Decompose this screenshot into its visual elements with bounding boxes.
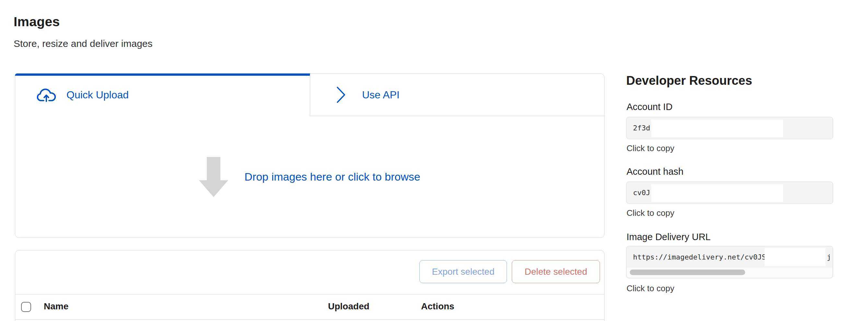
column-header-uploaded: Uploaded (328, 301, 370, 312)
images-table-card: Export selected Delete selected Name Upl… (15, 250, 604, 321)
redacted-peek-char: j (827, 246, 831, 268)
image-delivery-url-copy-hint: Click to copy (626, 283, 674, 293)
table-header-row: Name Uploaded Actions (15, 294, 604, 320)
cloud-upload-icon (37, 88, 56, 103)
image-delivery-url-label: Image Delivery URL (626, 232, 711, 242)
account-id-field[interactable]: 2f3d (626, 117, 833, 139)
account-hash-field[interactable]: cv0J (626, 182, 833, 204)
tab-quick-upload-label: Quick Upload (66, 89, 129, 101)
account-hash-copy-hint: Click to copy (626, 208, 674, 218)
chevron-right-icon (336, 86, 346, 104)
image-delivery-url-field[interactable]: https://imagedelivery.net/cv0JSj j (626, 246, 833, 278)
developer-resources-title: Developer Resources (626, 74, 752, 88)
table-toolbar: Export selected Delete selected (15, 250, 604, 294)
arrow-down-icon (199, 157, 228, 197)
redaction-overlay (765, 248, 826, 266)
image-delivery-url-value: https://imagedelivery.net/cv0JSj (633, 246, 770, 268)
select-all-checkbox[interactable] (21, 302, 31, 312)
tab-use-api[interactable]: Use API (310, 74, 605, 116)
account-hash-label: Account hash (626, 166, 684, 177)
account-id-copy-hint: Click to copy (626, 143, 674, 153)
tab-use-api-label: Use API (362, 89, 400, 101)
dropzone-label: Drop images here or click to browse (244, 171, 420, 183)
redaction-overlay (651, 119, 783, 137)
delete-selected-button[interactable]: Delete selected (512, 260, 600, 283)
export-selected-button[interactable]: Export selected (420, 260, 507, 283)
account-id-label: Account ID (626, 102, 673, 112)
page-title: Images (13, 14, 60, 30)
column-header-name: Name (44, 301, 68, 312)
redaction-overlay (651, 184, 783, 202)
developer-resources-panel: Developer Resources Account ID 2f3d Clic… (626, 0, 833, 321)
page-subtitle: Store, resize and deliver images (13, 38, 153, 49)
image-dropzone[interactable]: Drop images here or click to browse (15, 116, 604, 238)
account-id-value: 2f3d (633, 117, 650, 139)
horizontal-scrollbar-thumb[interactable] (630, 270, 745, 275)
account-hash-value: cv0J (633, 182, 650, 204)
horizontal-scrollbar-track (627, 267, 832, 278)
tab-quick-upload[interactable]: Quick Upload (15, 74, 310, 116)
upload-card: Quick Upload Use API Drop images here or… (15, 73, 604, 238)
column-header-actions: Actions (421, 301, 455, 312)
